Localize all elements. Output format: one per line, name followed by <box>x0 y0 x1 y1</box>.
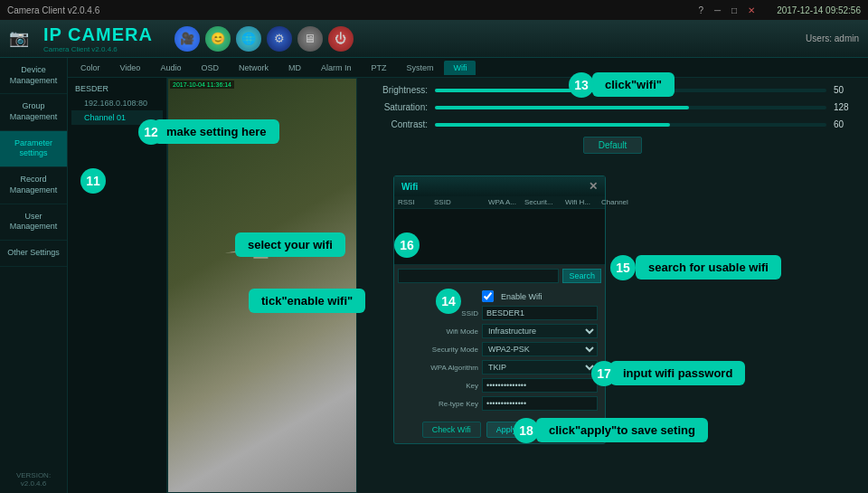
tabbar: Color Video Audio OSD Network MD Alarm I… <box>68 58 868 78</box>
header: 📷 IP CAMERA Camera Client v2.0.4.6 🎥 😊 🌐… <box>0 20 868 58</box>
saturation-value: 128 <box>834 102 861 112</box>
header-user: Users: admin <box>806 33 859 43</box>
enable-wifi-text: Enable Wifi <box>501 292 542 301</box>
default-button[interactable]: Default <box>583 137 643 154</box>
check-wifi-button[interactable]: Check Wifi <box>422 422 481 438</box>
wifi-table-body[interactable] <box>394 209 605 265</box>
saturation-row: Saturation: 128 <box>364 102 861 112</box>
channel-tree: BESDER 192.168.0.108:80 Channel 01 <box>68 78 167 493</box>
close-btn[interactable]: ✕ <box>748 5 755 15</box>
wifi-mode-label: Wifi Mode <box>401 327 478 336</box>
wifi-dialog: Wifi ✕ RSSI SSID WPA A... Securit... Wif… <box>393 175 606 444</box>
saturation-fill <box>435 106 689 109</box>
tree-ip[interactable]: 192.168.0.108:80 <box>71 96 163 110</box>
video-panel: 2017-10-04 11:36:14 <box>167 78 357 493</box>
brightness-slider[interactable] <box>435 89 826 92</box>
col-wpa-a: WPA A... <box>488 198 524 206</box>
tree-root[interactable]: BESDER <box>71 81 163 96</box>
wifi-dialog-title-text: Wifi <box>401 182 418 192</box>
titlebar: Camera Client v2.0.4.6 ? ─ □ ✕ 2017-12-1… <box>0 0 868 20</box>
minimize-btn[interactable]: ─ <box>714 5 721 15</box>
tab-ptz[interactable]: PTZ <box>362 61 395 75</box>
tab-color[interactable]: Color <box>71 61 109 75</box>
video-feed <box>168 79 356 492</box>
sidebar: Device Management Group Management Param… <box>0 58 68 493</box>
wifi-mode-select[interactable]: Infrastructure <box>482 324 598 338</box>
security-row: Security Mode WPA2-PSK <box>401 342 598 356</box>
sidebar-item-group[interactable]: Group Management <box>0 94 67 130</box>
cancel-button[interactable]: Cancel <box>532 422 577 438</box>
tab-network[interactable]: Network <box>230 61 278 75</box>
security-label: Security Mode <box>401 346 478 354</box>
brightness-value: 50 <box>834 85 861 95</box>
enable-wifi-checkbox[interactable] <box>482 290 494 302</box>
help-btn[interactable]: ? <box>698 5 703 15</box>
wifi-dialog-footer: Check Wifi Apply Cancel <box>394 418 605 443</box>
wifi-table-header: RSSI SSID WPA A... Securit... Wifi H... … <box>394 196 605 209</box>
wifi-search-button[interactable]: Search <box>562 269 601 283</box>
wifi-search-input[interactable] <box>398 269 559 283</box>
contrast-value: 60 <box>834 119 861 129</box>
tab-osd[interactable]: OSD <box>192 61 228 75</box>
retype-key-input[interactable] <box>482 396 598 411</box>
key-row: Key <box>401 378 598 393</box>
wifi-form: Enable Wifi SSID Wifi Mode Infrastructur… <box>394 287 605 418</box>
version-label: VERSION: v2.0.4.6 <box>0 466 67 493</box>
saturation-slider[interactable] <box>435 106 826 109</box>
tab-video[interactable]: Video <box>111 61 150 75</box>
sidebar-item-device[interactable]: Device Management <box>0 58 67 94</box>
tab-md[interactable]: MD <box>279 61 310 75</box>
wifi-dialog-title: Wifi ✕ <box>394 176 605 196</box>
app-logo: 📷 <box>9 30 29 48</box>
sidebar-item-other[interactable]: Other Settings <box>0 241 67 267</box>
camera-menu-icon[interactable]: 🎥 <box>175 26 200 52</box>
tab-audio[interactable]: Audio <box>151 61 190 75</box>
key-label: Key <box>401 382 478 390</box>
contrast-slider[interactable] <box>435 123 826 127</box>
col-security: Securit... <box>524 198 565 206</box>
app-title: Camera Client v2.0.4.6 <box>7 5 99 15</box>
ssid-label: SSID <box>401 309 478 318</box>
key-input[interactable] <box>482 378 598 393</box>
wpa-algo-select[interactable]: TKIP <box>482 360 598 374</box>
maximize-btn[interactable]: □ <box>731 5 737 15</box>
power-icon[interactable]: ⏻ <box>328 26 354 52</box>
content-area: Color Video Audio OSD Network MD Alarm I… <box>68 58 868 493</box>
sidebar-item-record[interactable]: Record Management <box>0 167 67 204</box>
logo-text: IP CAMERA <box>43 24 153 45</box>
ssid-row: SSID <box>401 306 598 320</box>
contrast-label: Contrast: <box>364 119 428 129</box>
tab-wifi[interactable]: Wifi <box>444 61 476 75</box>
monitor-icon[interactable]: 🖥 <box>297 26 323 52</box>
apply-button[interactable]: Apply <box>486 422 527 438</box>
sidebar-item-user[interactable]: User Management <box>0 204 67 241</box>
ssid-input[interactable] <box>482 306 598 320</box>
contrast-row: Contrast: 60 <box>364 119 861 129</box>
main-layout: Device Management Group Management Param… <box>0 58 868 493</box>
wifi-dialog-close[interactable]: ✕ <box>589 180 598 193</box>
brightness-label: Brightness: <box>364 85 428 95</box>
tab-alarm-in[interactable]: Alarm In <box>312 61 361 75</box>
wifi-mode-row: Wifi Mode Infrastructure <box>401 324 598 338</box>
wifi-search-row: Search <box>394 265 605 287</box>
logo-camera-icon: 📷 <box>9 30 29 48</box>
logo-sub: Camera Client v2.0.4.6 <box>43 45 153 53</box>
contrast-fill <box>435 123 670 127</box>
settings-icon[interactable]: ⚙ <box>267 26 292 52</box>
brightness-fill <box>435 89 631 92</box>
tab-system[interactable]: System <box>397 61 442 75</box>
sidebar-item-param[interactable]: Parameter settings <box>0 131 67 167</box>
video-timestamp: 2017-10-04 11:36:14 <box>170 81 234 89</box>
globe-icon[interactable]: 🌐 <box>236 26 261 52</box>
wpa-algo-label: WPA Algorithm <box>401 364 478 372</box>
face-icon[interactable]: 😊 <box>205 26 231 52</box>
user-label: Users: admin <box>806 33 859 43</box>
col-rssi: RSSI <box>398 198 434 206</box>
brightness-row: Brightness: 50 <box>364 85 861 95</box>
security-select[interactable]: WPA2-PSK <box>482 342 598 356</box>
col-ssid: SSID <box>434 198 488 206</box>
titlebar-controls: ? ─ □ ✕ 2017-12-14 09:52:56 <box>698 5 861 15</box>
datetime: 2017-12-14 09:52:56 <box>777 5 861 15</box>
retype-key-row: Re-type Key <box>401 396 598 411</box>
tree-channel-01[interactable]: Channel 01 <box>71 110 163 125</box>
